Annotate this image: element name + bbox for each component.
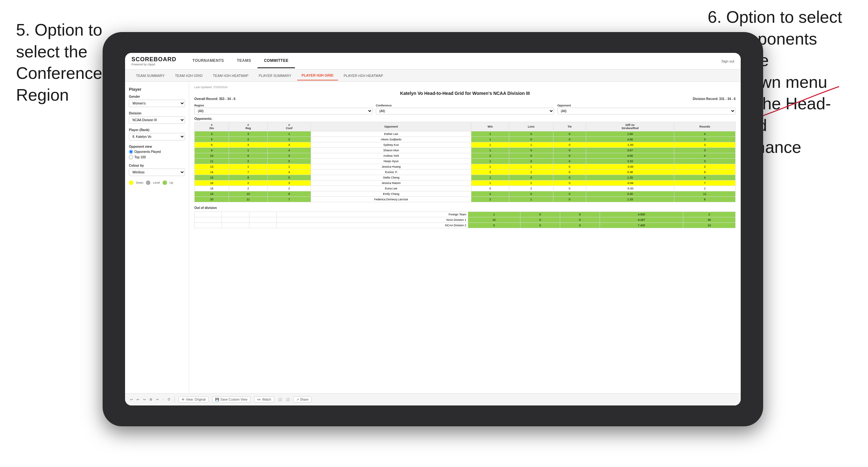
radio-top100[interactable]: Top 100 xyxy=(129,155,185,159)
cut-icon[interactable]: ✂ xyxy=(156,398,159,401)
main-nav: TOURNAMENTS TEAMS COMMITTEE xyxy=(186,54,721,68)
watch-icon: 👀 xyxy=(257,398,261,401)
division-select[interactable]: NCAA Division III xyxy=(129,116,185,124)
filter-group-region: Region (All) xyxy=(194,104,373,115)
col-conf: #Conf xyxy=(268,122,311,131)
color-circle-level xyxy=(146,181,150,185)
table-row: 1063Andrea York2004.004 xyxy=(195,153,736,159)
nav-tournaments[interactable]: TOURNAMENTS xyxy=(186,54,230,68)
sidebar: Player Gender Women's Division NCAA Divi… xyxy=(125,82,189,393)
settings-icon[interactable]: ⚙ xyxy=(149,398,152,401)
tab-player-h2h-grid[interactable]: PLAYER H2H GRID xyxy=(297,71,338,81)
view-original-label: View: Original xyxy=(186,398,206,401)
undo-icon[interactable]: ↩ xyxy=(130,398,133,401)
sidebar-opponent-view-label: Opponent view xyxy=(129,145,185,148)
radio-opponents-played[interactable]: Opponents Played xyxy=(129,150,185,154)
records-row: Overall Record: 353 - 34 - 6 Division Re… xyxy=(194,97,736,101)
player-rank-select[interactable]: 8. Katelyn Vo xyxy=(129,133,185,141)
col-diff: Diff AvStrokes/Rnd xyxy=(586,122,674,131)
filter-opponent-label: Opponent xyxy=(557,104,736,107)
division-record: Division Record: 331 - 34 - 6 xyxy=(693,97,736,101)
tab-player-summary[interactable]: PLAYER SUMMARY xyxy=(254,71,296,80)
col-opponent: Opponent xyxy=(311,122,471,131)
table-row: 522Alexis Sudjianto1004.003 xyxy=(195,137,736,142)
filter-group-conf: Conference (All) xyxy=(376,104,554,115)
sidebar-player-rank-label: Player (Rank) xyxy=(129,128,185,132)
color-label-level: Level xyxy=(153,181,160,184)
opponent-filter-select[interactable]: (All) xyxy=(557,108,736,115)
table-row: 633Sydney Kuo110-1.003 xyxy=(195,142,736,148)
tab-team-h2h-grid[interactable]: TEAM H2H GRID xyxy=(170,71,207,80)
redo-icon[interactable]: ↪ xyxy=(143,398,146,401)
region-filter-select[interactable]: (All) xyxy=(194,108,373,115)
table-row: 1822Euna Lee020-5.002 xyxy=(195,186,736,191)
sidebar-division-section: Division NCAA Division III xyxy=(129,112,185,124)
toolbar-icon1[interactable]: ⬜ xyxy=(278,398,282,401)
toolbar-icon2[interactable]: ⬜ xyxy=(286,398,289,401)
ood-table-row: NAIA Division 115009.26730 xyxy=(195,217,736,223)
col-rounds: Rounds xyxy=(674,122,735,131)
bottom-toolbar: ↩ ↩ ↪ ⚙ ✂ · ⏱ 👁 View: Original 💾 Save Cu… xyxy=(125,393,741,405)
content-area: Last Updated: 27/03/2024 Katelyn Vo Head… xyxy=(189,82,741,393)
col-tie: Tie xyxy=(553,122,586,131)
tab-team-h2h-heatmap[interactable]: TEAM H2H HEATMAP xyxy=(209,71,253,80)
table-row: 914Sharon Mun1003.673 xyxy=(195,148,736,153)
color-label-up: Up xyxy=(169,181,174,184)
sidebar-player-title: Player xyxy=(129,87,185,92)
opponents-label: Opponents: xyxy=(194,117,736,121)
colour-select[interactable]: Win/loss xyxy=(129,168,185,176)
tab-team-summary[interactable]: TEAM SUMMARY xyxy=(131,71,169,80)
nav-teams[interactable]: TEAMS xyxy=(230,54,258,68)
col-loss: Loss xyxy=(509,122,553,131)
undo2-icon[interactable]: ↩ xyxy=(136,398,139,401)
player-h2h-table: #Div #Reg #Conf Opponent Win Loss Tie Di… xyxy=(194,122,736,202)
table-row: 19106Emily Chang4000.3011 xyxy=(195,191,736,197)
sidebar-division-label: Division xyxy=(129,112,185,115)
nav-committee[interactable]: COMMITTEE xyxy=(257,54,295,68)
tablet-device: SCOREBOARD Powered by clippd TOURNAMENTS… xyxy=(103,32,763,426)
eye-icon: 👁 xyxy=(182,398,185,401)
watch-label: Watch xyxy=(262,398,271,401)
sub-nav: TEAM SUMMARY TEAM H2H GRID TEAM H2H HEAT… xyxy=(125,69,741,82)
logo-text: SCOREBOARD xyxy=(131,56,176,63)
col-reg: #Reg xyxy=(229,122,268,131)
color-legend: Down Level Up xyxy=(129,181,185,185)
ood-table: Foreign Team1004.5002NAIA Division 11500… xyxy=(194,212,736,228)
watch-btn[interactable]: 👀 Watch xyxy=(254,397,274,403)
share-icon: ↗ xyxy=(296,398,299,401)
clock-icon[interactable]: ⏱ xyxy=(167,398,170,401)
ood-table-row: Foreign Team1004.5002 xyxy=(195,212,736,217)
logo-area: SCOREBOARD Powered by clippd xyxy=(131,56,176,66)
opponent-view-radio-group: Opponents Played Top 100 xyxy=(129,150,185,159)
share-label: Share xyxy=(300,398,309,401)
filter-conf-label: Conference xyxy=(376,104,554,107)
conf-filter-select[interactable]: (All) xyxy=(376,108,554,115)
table-row: 1125Heejo Hyun1003.333 xyxy=(195,159,736,164)
table-row: 1311Jessica Huang110-3.002 xyxy=(195,164,736,169)
save-custom-label: Save Custom View xyxy=(220,398,247,401)
sidebar-colour-label: Colour by xyxy=(129,164,185,167)
table-row: 20117Federica Domecq Lacroze2101.336 xyxy=(195,197,736,202)
overall-record: Overall Record: 353 - 34 - 6 xyxy=(194,97,235,101)
share-btn[interactable]: ↗ Share xyxy=(293,397,312,403)
table-row: 1585Stella Cheng1001.254 xyxy=(195,175,736,181)
filter-group-opponent: Opponent (All) xyxy=(557,104,736,115)
sidebar-gender-label: Gender xyxy=(129,95,185,98)
color-label-down: Down xyxy=(136,181,143,184)
table-row: 1474Eunice Yi2200.389 xyxy=(195,169,736,175)
tablet-screen: SCOREBOARD Powered by clippd TOURNAMENTS… xyxy=(125,53,741,405)
color-circle-down xyxy=(129,181,133,185)
view-original-btn[interactable]: 👁 View: Original xyxy=(179,397,209,403)
sidebar-opponent-view-section: Opponent view Opponents Played Top 100 xyxy=(129,145,185,159)
color-circle-up xyxy=(162,181,167,185)
gender-select[interactable]: Women's xyxy=(129,100,185,107)
out-of-division-label: Out of division xyxy=(194,206,736,210)
sign-out-link[interactable]: Sign out xyxy=(721,59,734,63)
save-custom-btn[interactable]: 💾 Save Custom View xyxy=(212,397,250,403)
tab-player-h2h-heatmap[interactable]: PLAYER H2H HEATMAP xyxy=(339,71,388,80)
col-div: #Div xyxy=(195,122,229,131)
filter-row: Region (All) Conference (All) Opponent xyxy=(194,104,736,115)
save-icon: 💾 xyxy=(215,398,219,401)
table-row: 331Esther Lee1001.504 xyxy=(195,131,736,137)
ood-table-row: NCAA Division 25007.40010 xyxy=(195,223,736,228)
